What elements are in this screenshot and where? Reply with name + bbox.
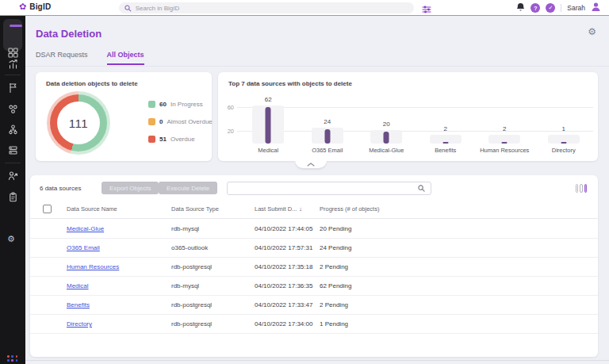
cell-type: rdb-postgresql [171, 320, 255, 328]
settings-gear-icon[interactable]: ⚙ [7, 235, 15, 243]
logo-flower-icon: ✿ [19, 2, 26, 11]
legend-value: 0 [159, 118, 163, 125]
bar-directory: 1 Directory [534, 90, 594, 144]
data-sources-table-card: 6 data sources Export Objects Execute De… [30, 175, 598, 357]
bar-category-label: Directory [552, 147, 576, 154]
cell-type: o365-outlook [171, 244, 255, 251]
collapse-charts-handle[interactable] [295, 160, 327, 168]
data-source-link[interactable]: Medical-Glue [67, 225, 171, 232]
bar-category-label: Human Resources [480, 147, 529, 154]
donut-total: 111 [69, 117, 88, 130]
bar-value-label: 2 [475, 125, 534, 132]
deletion-objects-card: Data deletion objects to delete 111 60 I… [36, 72, 212, 161]
bar [324, 129, 330, 144]
hierarchy-icon[interactable] [7, 124, 18, 135]
search-icon [418, 185, 425, 192]
column-header-name[interactable]: Data Source Name [67, 205, 171, 213]
column-header-progress[interactable]: Progress (# of objects) [320, 205, 598, 213]
user-name[interactable]: Sarah [567, 4, 585, 12]
legend-chip [148, 118, 155, 125]
cell-progress: 20 Pending [320, 225, 598, 232]
data-source-link[interactable]: Human Resources [67, 263, 171, 270]
tab-all-objects[interactable]: All Objects [107, 51, 144, 65]
bar-o365-email: 24 O365 Email [298, 90, 358, 144]
bar-benefits: 2 Benefits [416, 90, 476, 144]
column-header-last-submit[interactable]: Last Submit D... ↓ [255, 205, 320, 213]
table-row: O365 Email o365-outlook 04/10/2022 17:57… [30, 239, 598, 258]
cell-last-submit: 04/10/2022 17:44:05 [255, 225, 320, 232]
active-indicator [10, 25, 22, 27]
table-search[interactable] [227, 182, 431, 195]
data-source-link[interactable]: Medical [67, 282, 171, 289]
global-search[interactable] [119, 2, 414, 13]
brand-name: BigID [29, 2, 51, 11]
search-icon [124, 5, 132, 12]
table-search-input[interactable] [233, 185, 418, 192]
donut-card-title: Data deletion objects to delete [46, 80, 138, 87]
global-search-input[interactable] [136, 5, 408, 12]
legend-value: 51 [159, 136, 167, 143]
cell-type: rdb-postgresql [171, 301, 255, 308]
legend-label: Almost Overdue [167, 118, 212, 125]
help-icon[interactable]: ? [530, 3, 540, 13]
bar-medical-glue: 20 Medical-Glue [357, 90, 416, 144]
sort-descending-icon[interactable]: ↓ [299, 205, 302, 213]
legend-item-overdue: 51 Overdue [148, 136, 213, 143]
access-intelligence-icon[interactable] [7, 170, 18, 181]
user-avatar-icon[interactable] [591, 1, 601, 15]
bar-human-resources: 2 Human Resources [475, 90, 534, 144]
reports-clipboard-icon[interactable] [7, 191, 18, 202]
bar-medical: 62 Medical [239, 90, 298, 144]
legend-chip [148, 101, 155, 108]
notifications-bell-icon[interactable] [516, 1, 525, 15]
bigid-logo[interactable]: ✿ BigID [19, 2, 51, 11]
donut-center: 111 [57, 102, 100, 144]
cell-last-submit: 04/10/2022 17:34:00 [255, 320, 320, 328]
bar-category-label: Medical [258, 147, 278, 154]
tasks-check-icon[interactable]: ✓ [546, 3, 555, 13]
cell-last-submit: 04/10/2022 17:35:18 [255, 263, 320, 270]
search-filters-icon[interactable] [422, 3, 431, 13]
select-all-checkbox[interactable] [43, 205, 52, 213]
bar-value-label: 62 [239, 96, 298, 103]
table-row: Benefits rdb-postgresql 04/10/2022 17:33… [30, 296, 598, 315]
sidebar-item-dashboard[interactable] [3, 19, 22, 51]
table-row: Directory rdb-postgresql 04/10/2022 17:3… [30, 315, 598, 334]
legend-chip [148, 136, 155, 143]
donut-halo: 111 [47, 91, 110, 155]
bar [502, 142, 508, 144]
bar-category-label: O365 Email [312, 147, 343, 154]
data-source-link[interactable]: Benefits [67, 301, 171, 308]
cell-type: rdb-mysql [171, 225, 255, 232]
bar-category-label: Benefits [435, 147, 456, 154]
policies-flag-icon[interactable] [7, 82, 18, 93]
apps-grid-icon[interactable] [7, 355, 18, 364]
bar [561, 142, 566, 144]
tab-bar: DSAR Requests All Objects [36, 51, 144, 65]
table-row: Medical rdb-mysql 04/10/2022 17:36:35 62… [30, 277, 598, 296]
bar [442, 142, 448, 144]
ytick-20: 20 [220, 128, 234, 135]
correlation-cluster-icon[interactable] [7, 103, 18, 114]
data-source-link[interactable]: Directory [67, 320, 171, 328]
sidebar-nav: ⚙ [0, 16, 25, 364]
column-chooser-icon[interactable] [576, 184, 588, 193]
table-header-row: Data Source Name Data Source Type Last S… [30, 200, 598, 219]
page-settings-gear-icon[interactable]: ⚙ [588, 26, 596, 37]
column-header-label: Last Submit D... [255, 205, 297, 213]
export-objects-button[interactable]: Export Objects [102, 182, 159, 194]
execute-delete-button[interactable]: Execute Delete [159, 182, 217, 194]
bar-plot-area: 62 Medical 24 O365 Email 20 Medical-Glue… [239, 90, 593, 144]
bar-card-title: Top 7 data sources with objects to delet… [228, 80, 352, 87]
tab-dsar-requests[interactable]: DSAR Requests [36, 51, 88, 65]
donut-legend: 60 In Progress 0 Almost Overdue 51 Overd… [148, 101, 213, 143]
donut-ring: 111 [50, 94, 107, 151]
analytics-icon[interactable] [7, 58, 18, 69]
column-header-type[interactable]: Data Source Type [171, 205, 255, 213]
data-catalog-icon[interactable] [7, 144, 18, 155]
dashboard-icon[interactable] [7, 47, 18, 58]
bar [266, 107, 271, 144]
data-source-link[interactable]: O365 Email [67, 244, 171, 251]
legend-label: Overdue [170, 136, 195, 143]
cell-type: rdb-mysql [171, 282, 255, 289]
